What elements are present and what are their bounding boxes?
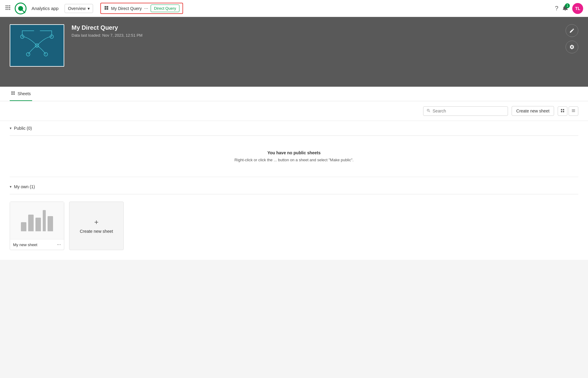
svg-rect-32 — [572, 111, 575, 112]
hero-subtitle: Data last loaded: Nov 7, 2023, 12:51 PM — [72, 33, 142, 38]
svg-rect-27 — [563, 109, 564, 110]
svg-rect-14 — [105, 8, 106, 9]
grid-view-button[interactable] — [558, 106, 567, 116]
edit-button[interactable] — [566, 24, 578, 37]
overview-label: Overview — [68, 6, 85, 11]
sheets-tab-icon — [11, 91, 15, 96]
overview-dropdown[interactable]: Overview ▾ — [65, 4, 93, 13]
public-empty-title: You have no public sheets — [10, 150, 578, 155]
public-empty-state: You have no public sheets Right-click or… — [10, 136, 578, 177]
svg-rect-28 — [561, 111, 562, 112]
svg-rect-5 — [9, 7, 10, 8]
my-own-section-label: My own (1) — [14, 184, 35, 189]
bar-3 — [35, 218, 41, 231]
active-tab-pill: My Direct Query ··· Direct Query — [100, 3, 183, 14]
svg-rect-23 — [13, 92, 15, 93]
direct-query-button[interactable]: Direct Query — [151, 5, 179, 12]
create-sheet-card-label: Create new sheet — [80, 229, 113, 234]
sheet-tab-icon — [104, 5, 109, 12]
svg-rect-25 — [13, 93, 15, 95]
svg-rect-3 — [6, 7, 7, 8]
plus-icon: + — [94, 218, 99, 226]
svg-rect-4 — [7, 7, 8, 8]
my-own-section-header[interactable]: ▾ My own (1) — [10, 179, 578, 194]
notifications-bell[interactable]: 1 — [562, 5, 569, 12]
svg-rect-8 — [9, 9, 10, 10]
app-thumbnail — [10, 24, 64, 67]
svg-rect-29 — [563, 111, 564, 112]
notification-badge: 1 — [565, 3, 570, 8]
svg-rect-24 — [12, 93, 13, 95]
svg-rect-7 — [7, 9, 8, 10]
search-icon — [426, 109, 431, 114]
active-tab-more-btn[interactable]: ··· — [144, 6, 148, 11]
app-title: Analytics app — [32, 6, 58, 11]
svg-line-11 — [22, 10, 25, 13]
bar-2 — [28, 215, 34, 231]
top-nav: Analytics app Overview ▾ My Direct Query… — [0, 0, 588, 17]
settings-button[interactable] — [566, 41, 578, 53]
active-tab-name: My Direct Query — [111, 6, 142, 11]
tabs-bar: Sheets — [0, 87, 588, 101]
qlik-logo — [15, 2, 27, 15]
create-sheet-card[interactable]: + Create new sheet — [69, 202, 124, 250]
sheet-card-footer: My new sheet ··· — [10, 239, 64, 250]
public-section-label: Public (0) — [14, 126, 32, 131]
create-new-sheet-button[interactable]: Create new sheet — [512, 106, 554, 116]
sheet-card[interactable]: My new sheet ··· — [10, 202, 64, 250]
svg-rect-6 — [6, 9, 7, 10]
sheet-name: My new sheet — [13, 243, 37, 247]
svg-rect-22 — [12, 92, 13, 93]
public-empty-desc: Right-click or click the ... button on a… — [10, 158, 578, 162]
tab-sheets[interactable]: Sheets — [10, 87, 32, 101]
user-avatar[interactable]: TL — [572, 3, 583, 14]
hero-banner: My Direct Query Data last loaded: Nov 7,… — [0, 17, 588, 87]
bar-4 — [43, 210, 46, 231]
public-section-chevron: ▾ — [10, 126, 12, 130]
hero-info: My Direct Query Data last loaded: Nov 7,… — [72, 24, 142, 38]
svg-rect-30 — [572, 109, 575, 109]
svg-rect-15 — [106, 8, 108, 9]
chevron-down-icon: ▾ — [88, 6, 90, 11]
svg-rect-2 — [9, 5, 10, 6]
hero-actions — [566, 24, 578, 53]
search-input[interactable] — [433, 109, 505, 113]
search-box[interactable] — [423, 106, 508, 116]
svg-rect-13 — [106, 6, 108, 8]
public-section-header[interactable]: ▾ Public (0) — [10, 121, 578, 136]
list-view-button[interactable] — [569, 106, 578, 116]
sheet-more-button[interactable]: ··· — [57, 242, 61, 247]
bar-5 — [48, 216, 53, 231]
svg-rect-1 — [7, 5, 8, 6]
bar-1 — [21, 222, 26, 231]
svg-rect-0 — [6, 5, 7, 6]
svg-rect-26 — [561, 109, 562, 110]
my-own-section-chevron: ▾ — [10, 185, 12, 189]
sheets-tab-label: Sheets — [18, 91, 31, 96]
hero-title: My Direct Query — [72, 24, 142, 31]
content-area: ▾ Public (0) You have no public sheets R… — [0, 121, 588, 260]
view-toggle — [558, 106, 578, 116]
bar-chart — [16, 210, 58, 231]
svg-rect-12 — [105, 6, 106, 8]
help-icon[interactable]: ? — [555, 5, 558, 12]
svg-rect-31 — [572, 110, 575, 111]
toolbar: Create new sheet — [0, 101, 588, 121]
nav-right: ? 1 TL — [555, 3, 583, 14]
sheets-grid: My new sheet ··· + Create new sheet — [10, 194, 578, 250]
grid-menu-icon[interactable] — [5, 5, 11, 12]
sheet-preview — [10, 202, 64, 239]
